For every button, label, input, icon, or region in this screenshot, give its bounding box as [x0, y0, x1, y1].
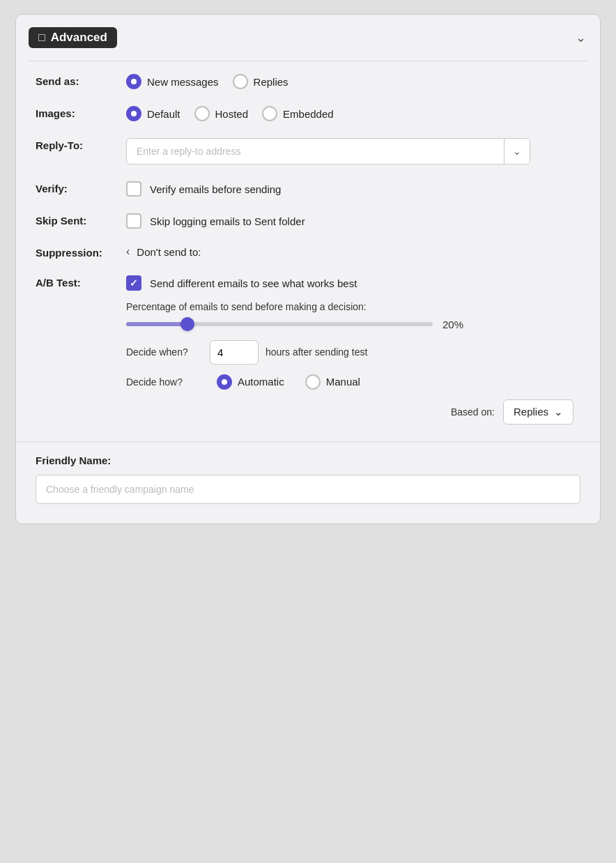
reply-to-label: Reply-To:	[36, 138, 126, 151]
suppression-text: Don't send to:	[137, 246, 201, 258]
advanced-badge: □ Advanced	[29, 27, 117, 48]
images-hosted-radio[interactable]	[194, 106, 210, 121]
ab-top: Send different emails to see what works …	[126, 275, 580, 291]
skip-sent-checkbox[interactable]	[126, 213, 141, 229]
collapse-chevron[interactable]: ⌄	[576, 30, 586, 45]
decide-when-suffix: hours after sending test	[265, 346, 367, 358]
ab-test-section: Send different emails to see what works …	[126, 275, 580, 425]
images-controls: Default Hosted Embedded	[126, 106, 580, 121]
header-left: □ Advanced	[29, 27, 117, 48]
based-on-value: Replies	[514, 406, 548, 418]
send-as-new-messages-radio[interactable]	[126, 74, 141, 89]
skip-sent-checkbox-label: Skip logging emails to Sent folder	[150, 215, 305, 227]
images-default[interactable]: Default	[126, 106, 180, 121]
based-on-row: Based on: Replies ⌄	[126, 399, 580, 425]
decide-how-automatic[interactable]: Automatic	[217, 374, 284, 390]
based-on-label: Based on:	[451, 406, 495, 418]
ab-test-row: A/B Test: Send different emails to see w…	[36, 275, 580, 425]
images-row: Images: Default Hosted Embedded	[36, 106, 580, 121]
chat-icon: □	[38, 31, 45, 44]
suppression-label: Suppression:	[36, 245, 126, 259]
verify-checkbox[interactable]	[126, 181, 141, 197]
verify-label: Verify:	[36, 181, 126, 194]
reply-to-dropdown-button[interactable]: ⌄	[504, 139, 530, 164]
decide-how-manual[interactable]: Manual	[305, 374, 360, 390]
send-as-new-messages[interactable]: New messages	[126, 74, 219, 89]
decide-how-manual-label: Manual	[326, 376, 360, 388]
send-as-replies-radio[interactable]	[233, 74, 248, 89]
reply-to-row: Reply-To: ⌄	[36, 138, 580, 165]
ab-test-checkbox-item[interactable]: Send different emails to see what works …	[126, 275, 357, 291]
percentage-row: Percentage of emails to send before maki…	[126, 300, 580, 330]
friendly-name-input[interactable]	[36, 475, 580, 504]
images-embedded-label: Embedded	[283, 108, 334, 120]
reply-to-wrapper: ⌄	[126, 138, 530, 165]
ab-test-label: A/B Test:	[36, 275, 126, 289]
verify-checkbox-label: Verify emails before sending	[150, 183, 281, 195]
decide-how-label: Decide how?	[126, 376, 203, 388]
send-as-controls: New messages Replies	[126, 74, 580, 89]
verify-controls: Verify emails before sending	[126, 181, 580, 197]
decide-how-manual-radio[interactable]	[305, 374, 321, 390]
ab-test-checkbox[interactable]	[126, 275, 141, 291]
images-embedded-radio[interactable]	[262, 106, 277, 121]
decide-how-automatic-label: Automatic	[238, 376, 284, 388]
skip-sent-controls: Skip logging emails to Sent folder	[126, 213, 580, 229]
ab-slider-value: 20%	[442, 319, 470, 330]
send-as-replies-label: Replies	[254, 76, 288, 88]
skip-sent-row: Skip Sent: Skip logging emails to Sent f…	[36, 213, 580, 229]
skip-sent-label: Skip Sent:	[36, 213, 126, 227]
send-as-row: Send as: New messages Replies	[36, 74, 580, 89]
images-embedded[interactable]: Embedded	[262, 106, 334, 121]
based-on-select[interactable]: Replies ⌄	[503, 399, 573, 425]
decide-when-row: Decide when? hours after sending test	[126, 340, 580, 365]
decide-how-automatic-radio[interactable]	[217, 374, 232, 390]
send-as-new-messages-label: New messages	[147, 76, 219, 88]
friendly-name-title: Friendly Name:	[36, 455, 580, 466]
images-label: Images:	[36, 106, 126, 119]
images-default-radio[interactable]	[126, 106, 141, 121]
verify-checkbox-item[interactable]: Verify emails before sending	[126, 181, 281, 197]
reply-to-input[interactable]	[127, 139, 504, 164]
decide-when-label: Decide when?	[126, 346, 203, 358]
send-as-replies[interactable]: Replies	[233, 74, 288, 89]
ab-slider-fill	[126, 322, 187, 326]
suppression-chevron-left[interactable]: ‹	[126, 245, 130, 258]
form-body: Send as: New messages Replies Images: De…	[16, 61, 600, 425]
skip-sent-checkbox-item[interactable]: Skip logging emails to Sent folder	[126, 213, 305, 229]
ab-slider-track[interactable]	[126, 322, 433, 326]
panel-title: Advanced	[51, 31, 107, 45]
panel-header: □ Advanced ⌄	[16, 15, 600, 61]
suppression-row: Suppression: ‹ Don't send to:	[36, 245, 580, 259]
ab-slider-thumb[interactable]	[180, 317, 194, 331]
verify-row: Verify: Verify emails before sending	[36, 181, 580, 197]
advanced-panel: □ Advanced ⌄ Send as: New messages Repli…	[15, 14, 601, 524]
suppression-controls: ‹ Don't send to:	[126, 245, 580, 258]
images-hosted-label: Hosted	[215, 108, 249, 120]
decide-when-input[interactable]	[210, 340, 259, 365]
percentage-label: Percentage of emails to send before maki…	[126, 300, 580, 314]
send-as-label: Send as:	[36, 74, 126, 87]
slider-row: 20%	[126, 319, 580, 330]
based-on-chevron: ⌄	[554, 406, 563, 418]
images-default-label: Default	[147, 108, 180, 120]
decide-how-row: Decide how? Automatic Manual	[126, 374, 580, 390]
friendly-name-section: Friendly Name:	[16, 441, 600, 504]
images-hosted[interactable]: Hosted	[194, 106, 249, 121]
ab-test-checkbox-label: Send different emails to see what works …	[150, 277, 357, 289]
